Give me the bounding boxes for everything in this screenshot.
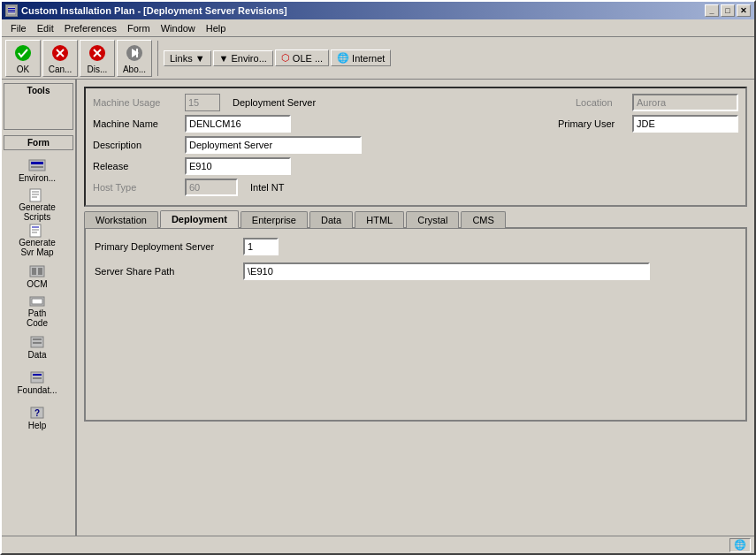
minimize-button[interactable]: _ [705, 4, 719, 17]
cancel-icon [50, 42, 71, 64]
tab-enterprise[interactable]: Enterprise [241, 211, 308, 228]
tab-cms[interactable]: CMS [461, 211, 505, 228]
machine-usage-row: Machine Usage Deployment Server Location [93, 94, 738, 111]
foundat-icon [27, 369, 47, 385]
svg-rect-26 [32, 268, 36, 275]
sidebar-item-environ[interactable]: Environ... [4, 154, 71, 186]
location-value[interactable] [632, 94, 738, 111]
host-type-value[interactable] [185, 179, 238, 196]
globe-icon: 🌐 [734, 539, 746, 551]
tabs-row: Workstation Deployment Enterprise Data H… [84, 210, 747, 228]
description-value[interactable] [185, 136, 362, 154]
svg-rect-27 [38, 268, 42, 275]
svg-rect-29 [32, 299, 42, 304]
ok-label: OK [17, 65, 29, 74]
svg-rect-35 [33, 377, 42, 379]
cancel-button[interactable]: Can... [42, 40, 78, 77]
tab-deployment[interactable]: Deployment [160, 210, 239, 228]
tab-crystal[interactable]: Crystal [406, 211, 459, 228]
help-icon: ? [27, 405, 47, 421]
description-row: Description [93, 136, 738, 154]
ok-button[interactable]: OK [5, 40, 41, 77]
dis-label: Dis... [88, 65, 108, 74]
primary-user-label: Primary User [558, 118, 629, 129]
svg-rect-3 [8, 11, 15, 12]
release-label: Release [93, 161, 181, 171]
host-type-label: Host Type [93, 182, 181, 193]
menu-edit[interactable]: Edit [32, 21, 59, 35]
sidebar-item-generate-scripts[interactable]: Generate Scripts [4, 189, 71, 221]
primary-deployment-server-label: Primary Deployment Server [95, 241, 236, 252]
tab-data[interactable]: Data [309, 211, 353, 228]
internet-icon: 🌐 [337, 52, 349, 64]
svg-rect-31 [33, 338, 42, 340]
tab-html[interactable]: HTML [355, 211, 404, 228]
pathcode-icon [27, 294, 47, 308]
host-type-row: Host Type Intel NT [93, 179, 738, 196]
abo-button[interactable]: Abo... [117, 40, 152, 77]
machine-usage-label: Machine Usage [93, 97, 181, 108]
foundat-label: Foundat... [17, 385, 57, 395]
form-section: Machine Usage Deployment Server Location… [84, 87, 747, 207]
menu-file[interactable]: File [5, 21, 32, 35]
release-row: Release [93, 157, 738, 175]
links-label: Links [170, 53, 193, 64]
generate-scripts-icon [27, 188, 47, 202]
enviro-icon: ▼ [219, 53, 229, 64]
ocm-icon [27, 263, 47, 279]
sidebar-item-foundat[interactable]: Foundat... [4, 366, 71, 398]
machine-name-label: Machine Name [93, 118, 181, 129]
description-label: Description [93, 140, 181, 150]
enviro-button[interactable]: ▼ Enviro... [213, 50, 273, 66]
machine-usage-value[interactable] [185, 94, 220, 111]
generate-svrmap-label: Generate Svr Map [19, 238, 56, 257]
menu-window[interactable]: Window [156, 21, 201, 35]
generate-svrmap-icon [27, 224, 47, 238]
menu-form[interactable]: Form [122, 21, 156, 35]
menu-preferences[interactable]: Preferences [59, 21, 122, 35]
toolbar-divider [157, 41, 158, 76]
cancel-label: Can... [49, 65, 73, 74]
enviro-label: Enviro... [231, 53, 266, 64]
sidebar-item-data[interactable]: Data [4, 331, 71, 362]
release-value[interactable] [185, 157, 291, 175]
environ-icon [27, 157, 47, 173]
primary-user-value[interactable] [632, 115, 738, 133]
help-label: Help [28, 421, 47, 430]
svg-rect-32 [33, 342, 42, 344]
svg-rect-15 [31, 162, 43, 164]
links-button[interactable]: Links ▼ [164, 50, 211, 66]
svg-text:?: ? [34, 408, 40, 418]
tab-content-deployment: Primary Deployment Server Server Share P… [84, 227, 747, 422]
content-area: Machine Usage Deployment Server Location… [77, 80, 754, 539]
sidebar-item-pathcode[interactable]: Path Code [4, 295, 71, 327]
server-share-path-value[interactable] [243, 262, 650, 280]
tab-workstation[interactable]: Workstation [84, 211, 158, 228]
sidebar-item-tools-tools [4, 97, 72, 129]
primary-deployment-server-value[interactable] [243, 238, 279, 255]
svg-rect-17 [30, 189, 41, 201]
ole-label: OLE ... [293, 53, 323, 64]
title-bar: Custom Installation Plan - [Deployment S… [2, 2, 754, 19]
internet-button[interactable]: 🌐 Internet [331, 49, 391, 66]
machine-name-row: Machine Name Primary User [93, 115, 738, 133]
maximize-button[interactable]: □ [721, 4, 735, 17]
data-label: Data [27, 350, 46, 360]
dis-button[interactable]: Dis... [80, 40, 115, 77]
check-icon [12, 42, 34, 64]
sidebar-item-generate-svrmap[interactable]: Generate Svr Map [4, 224, 71, 256]
close-button[interactable]: ✕ [737, 4, 751, 17]
sidebar-item-ocm[interactable]: OCM [4, 260, 71, 292]
form-label: Form [4, 136, 73, 149]
svg-rect-21 [30, 224, 41, 237]
sidebar-item-help[interactable]: ? Help [4, 401, 71, 433]
menu-help[interactable]: Help [201, 21, 232, 35]
abo-icon [124, 42, 145, 64]
machine-name-value[interactable] [185, 115, 291, 133]
svg-rect-1 [8, 8, 15, 9]
tools-label: Tools [4, 84, 73, 97]
ole-button[interactable]: ⬡ OLE ... [275, 49, 329, 66]
status-bar: 🌐 [2, 536, 754, 553]
svg-point-4 [15, 45, 31, 61]
svg-rect-14 [29, 160, 45, 171]
